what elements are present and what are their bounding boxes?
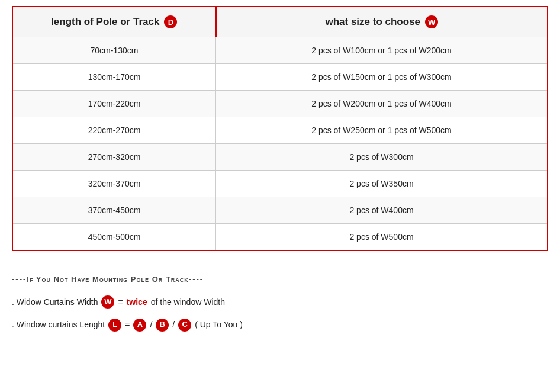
range-cell: 130cm-170cm: [12, 64, 216, 91]
table-row: 70cm-130cm 2 pcs of W100cm or 1 pcs of W…: [12, 37, 548, 64]
col1-header: length of Pole or Track D: [12, 7, 216, 37]
col2-header: what size to choose W: [216, 7, 548, 37]
col2-label: what size to choose: [325, 16, 420, 28]
col1-label: length of Pole or Track: [51, 16, 159, 28]
note2-equals: =: [125, 318, 130, 331]
table-row: 220cm-270cm 2 pcs of W250cm or 1 pcs of …: [12, 117, 548, 144]
size-cell: 2 pcs of W100cm or 1 pcs of W200cm: [216, 37, 548, 64]
note2-suffix: ( Up To You ): [195, 318, 243, 331]
table-row: 320cm-370cm 2 pcs of W350cm: [12, 171, 548, 197]
table-row: 450cm-500cm 2 pcs of W500cm: [12, 224, 548, 251]
divider-line: ----If You Not Have Mounting Pole Or Tra…: [12, 275, 548, 284]
note1-badge-w: W: [101, 295, 114, 309]
note2-badge-c: C: [178, 319, 191, 332]
size-cell: 2 pcs of W500cm: [216, 224, 548, 251]
badge-w: W: [425, 15, 438, 28]
range-cell: 320cm-370cm: [12, 171, 216, 197]
note2-slash1: /: [150, 318, 152, 331]
range-cell: 450cm-500cm: [12, 224, 216, 251]
note-2: . Window curtains Lenght L = A / B / C (…: [12, 318, 548, 331]
table-row: 170cm-220cm 2 pcs of W200cm or 1 pcs of …: [12, 91, 548, 117]
divider-section: ----If You Not Have Mounting Pole Or Tra…: [12, 269, 548, 332]
note2-badge-l: L: [108, 319, 121, 332]
note2-prefix: . Window curtains Lenght: [12, 318, 105, 331]
range-cell: 170cm-220cm: [12, 91, 216, 117]
note1-suffix: of the window Width: [151, 295, 225, 309]
size-cell: 2 pcs of W200cm or 1 pcs of W400cm: [216, 91, 548, 117]
divider-text: ----If You Not Have Mounting Pole Or Tra…: [12, 275, 204, 284]
size-cell: 2 pcs of W400cm: [216, 197, 548, 224]
size-cell: 2 pcs of W250cm or 1 pcs of W500cm: [216, 117, 548, 144]
note-1: . Widow Curtains Width W = twice of the …: [12, 295, 548, 309]
size-guide-table: length of Pole or Track D what size to c…: [12, 6, 548, 251]
size-cell: 2 pcs of W350cm: [216, 171, 548, 197]
size-cell: 2 pcs of W150cm or 1 pcs of W300cm: [216, 64, 548, 91]
range-cell: 270cm-320cm: [12, 144, 216, 171]
table-row: 130cm-170cm 2 pcs of W150cm or 1 pcs of …: [12, 64, 548, 91]
note1-highlight: twice: [127, 295, 147, 309]
table-row: 370cm-450cm 2 pcs of W400cm: [12, 197, 548, 224]
note1-equals: =: [118, 295, 123, 309]
table-row: 270cm-320cm 2 pcs of W300cm: [12, 144, 548, 171]
note1-prefix: . Widow Curtains Width: [12, 295, 98, 309]
note2-badge-a: A: [133, 319, 146, 332]
divider-right-line: [206, 279, 548, 279]
range-cell: 370cm-450cm: [12, 197, 216, 224]
note2-slash2: /: [172, 318, 175, 331]
note2-badge-b: B: [156, 319, 169, 332]
badge-d: D: [164, 15, 177, 28]
range-cell: 220cm-270cm: [12, 117, 216, 144]
size-cell: 2 pcs of W300cm: [216, 144, 548, 171]
range-cell: 70cm-130cm: [12, 37, 216, 64]
